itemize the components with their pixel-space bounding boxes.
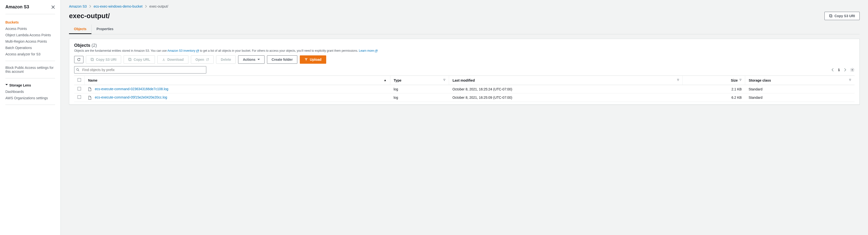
sidebar-item-buckets[interactable]: Buckets <box>5 19 55 25</box>
sidebar-item-access-analyzer[interactable]: Access analyzer for S3 <box>5 51 55 57</box>
create-folder-button[interactable]: Create folder <box>267 55 297 64</box>
objects-panel: Objects (2) Objects are the fundamental … <box>69 39 860 105</box>
inventory-link[interactable]: Amazon S3 inventory <box>167 49 195 52</box>
col-size[interactable]: Size <box>731 78 738 82</box>
external-link-icon <box>206 58 209 61</box>
svg-point-7 <box>852 69 853 71</box>
sidebar-item-aws-orgs[interactable]: AWS Organizations settings <box>5 95 55 101</box>
panel-count: (2) <box>92 43 97 48</box>
download-button: Download <box>157 55 188 64</box>
col-storage[interactable]: Storage class <box>749 78 771 82</box>
delete-button: Delete <box>216 55 236 64</box>
cell-modified: October 8, 2021, 16:25:09 (UTC-07:00) <box>449 94 683 102</box>
external-link-icon <box>375 50 378 52</box>
cell-size: 6.2 KB <box>683 94 745 102</box>
upload-button[interactable]: Upload <box>300 55 326 64</box>
select-all-checkbox[interactable] <box>78 78 81 82</box>
sort-asc-icon: ▲ <box>384 78 386 82</box>
sidebar-item-batch-ops[interactable]: Batch Operations <box>5 45 55 51</box>
sidebar-item-multi-region[interactable]: Multi-Region Access Points <box>5 38 55 45</box>
breadcrumb: Amazon S3 ecs-exec-windows-demo-bucket e… <box>69 4 860 8</box>
panel-title: Objects (2) <box>74 43 97 48</box>
svg-rect-1 <box>829 15 832 17</box>
actions-dropdown[interactable]: Actions <box>238 55 264 64</box>
search-input-wrapper <box>74 66 206 74</box>
copy-s3-uri-button[interactable]: Copy S3 URI <box>825 12 860 20</box>
col-modified[interactable]: Last modified <box>453 78 475 82</box>
sidebar: Amazon S3 Buckets Access Points Object L… <box>0 0 61 235</box>
refresh-button[interactable] <box>74 56 84 63</box>
sidebar-group-storage-lens[interactable]: Storage Lens <box>5 82 55 88</box>
settings-icon[interactable] <box>850 68 855 72</box>
sidebar-item-access-points[interactable]: Access Points <box>5 25 55 32</box>
caret-down-icon <box>5 83 8 87</box>
download-icon <box>162 58 165 61</box>
panel-description: Objects are the fundamental entities sto… <box>74 49 855 52</box>
tab-objects[interactable]: Objects <box>69 25 92 34</box>
divider <box>5 105 55 105</box>
copy-s3-uri-label: Copy S3 URI <box>835 14 855 18</box>
col-type[interactable]: Type <box>394 78 402 82</box>
sidebar-title: Amazon S3 <box>5 4 29 9</box>
file-icon <box>88 87 93 91</box>
refresh-icon <box>77 58 81 61</box>
objects-table: Name ▲ Type ▽ Last modified ▽ Size <box>74 76 855 102</box>
tab-properties[interactable]: Properties <box>92 25 118 34</box>
search-icon <box>76 68 80 72</box>
copy-s3-uri-button-disabled: Copy S3 URI <box>86 55 121 64</box>
col-name[interactable]: Name <box>88 78 97 82</box>
svg-point-6 <box>76 69 79 71</box>
cell-type: log <box>390 85 449 94</box>
sidebar-item-object-lambda[interactable]: Object Lambda Access Points <box>5 32 55 38</box>
sidebar-group-label: Storage Lens <box>9 83 31 87</box>
open-button: Open <box>191 55 214 64</box>
cell-size: 2.1 KB <box>683 85 745 94</box>
close-icon[interactable] <box>51 5 55 9</box>
table-row: ecs-execute-command-0236343166de7c108.lo… <box>74 85 855 94</box>
row-checkbox[interactable] <box>78 87 81 90</box>
cell-storage: Standard <box>745 85 855 94</box>
copy-icon <box>829 14 833 18</box>
pager: 1 <box>832 68 855 72</box>
cell-type: log <box>390 94 449 102</box>
sidebar-item-dashboards[interactable]: Dashboards <box>5 88 55 95</box>
svg-rect-4 <box>129 59 131 61</box>
sort-icon: ▽ <box>740 78 742 81</box>
sort-icon: ▽ <box>849 78 851 81</box>
svg-rect-3 <box>91 58 93 60</box>
learn-more-link[interactable]: Learn more <box>359 49 374 52</box>
external-link-icon <box>196 50 199 52</box>
svg-rect-2 <box>92 59 94 61</box>
panel-title-text: Objects <box>74 43 90 48</box>
breadcrumb-bucket[interactable]: ecs-exec-windows-demo-bucket <box>93 4 143 8</box>
copy-url-button: Copy URL <box>124 55 155 64</box>
cell-modified: October 8, 2021, 16:25:24 (UTC-07:00) <box>449 85 683 94</box>
cell-storage: Standard <box>745 94 855 102</box>
object-link[interactable]: ecs-execute-command-05f15e2e0420e20cc.lo… <box>95 95 167 99</box>
table-row: ecs-execute-command-05f15e2e0420e20cc.lo… <box>74 94 855 102</box>
chevron-right-icon <box>145 5 147 8</box>
breadcrumb-root[interactable]: Amazon S3 <box>69 4 87 8</box>
copy-icon <box>128 58 132 61</box>
main-content: Amazon S3 ecs-exec-windows-demo-bucket e… <box>61 0 868 235</box>
file-icon <box>88 95 93 99</box>
svg-rect-5 <box>128 58 131 60</box>
next-page-icon <box>844 68 846 72</box>
caret-down-icon <box>257 59 260 61</box>
search-input[interactable] <box>74 66 206 74</box>
page-title: exec-output/ <box>69 12 110 20</box>
object-link[interactable]: ecs-execute-command-0236343166de7c108.lo… <box>95 87 168 91</box>
breadcrumb-current: exec-output/ <box>149 4 168 8</box>
prev-page-icon <box>832 68 834 72</box>
chevron-right-icon <box>89 5 91 8</box>
divider <box>5 61 55 61</box>
svg-rect-0 <box>830 15 832 18</box>
copy-icon <box>91 58 94 61</box>
upload-icon <box>304 58 308 61</box>
row-checkbox[interactable] <box>78 95 81 99</box>
page-number: 1 <box>838 68 840 72</box>
sidebar-item-block-public[interactable]: Block Public Access settings for this ac… <box>5 64 55 75</box>
sort-icon: ▽ <box>677 78 679 81</box>
sort-icon: ▽ <box>443 78 445 81</box>
tabs: Objects Properties <box>69 25 860 34</box>
